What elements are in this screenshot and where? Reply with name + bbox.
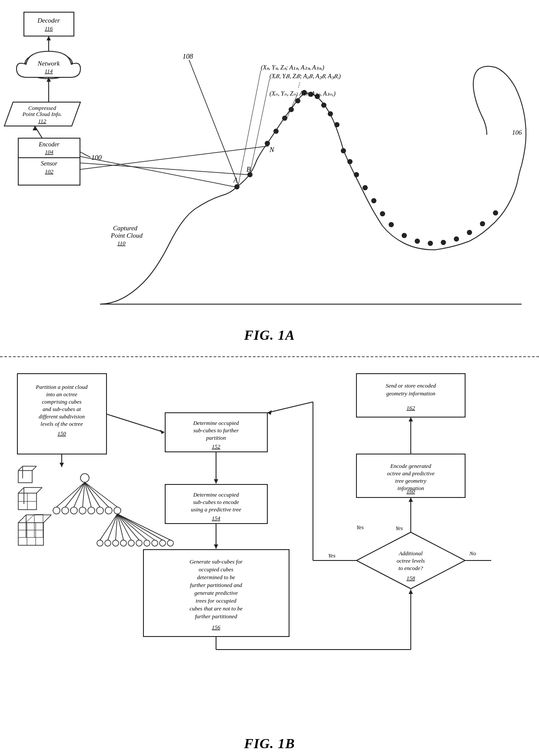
svg-text:further partitioned: further partitioned	[195, 613, 237, 620]
fig1a-caption: FIG. 1A	[0, 327, 539, 343]
svg-line-124	[74, 482, 85, 507]
svg-text:N: N	[269, 146, 275, 153]
svg-text:using a predictive tree: using a predictive tree	[191, 506, 241, 513]
svg-marker-87	[60, 463, 64, 467]
svg-text:Encode generated: Encode generated	[390, 463, 432, 469]
svg-text:octree levels: octree levels	[397, 557, 425, 564]
svg-text:tree geometry: tree geometry	[395, 477, 426, 484]
section-divider	[0, 356, 539, 357]
svg-text:112: 112	[38, 118, 47, 124]
svg-rect-88	[18, 471, 32, 483]
svg-text:Sensor: Sensor	[41, 160, 58, 167]
svg-text:Point Cloud Info.: Point Cloud Info.	[22, 111, 62, 117]
svg-rect-93	[18, 493, 37, 510]
svg-point-4	[23, 60, 48, 75]
svg-rect-16	[18, 138, 80, 185]
svg-point-32	[247, 172, 253, 177]
svg-point-135	[136, 540, 142, 546]
svg-line-128	[85, 482, 109, 507]
svg-text:108: 108	[183, 53, 193, 60]
svg-text:Yes: Yes	[328, 552, 336, 559]
svg-text:octree and predictive: octree and predictive	[387, 470, 435, 477]
svg-rect-0	[24, 12, 74, 36]
svg-text:occupied cubes: occupied cubes	[199, 566, 233, 573]
svg-point-31	[234, 184, 240, 189]
svg-point-53	[428, 241, 433, 246]
svg-text:100: 100	[91, 154, 102, 161]
svg-text:110: 110	[117, 240, 126, 246]
svg-text:comprising cubes: comprising cubes	[42, 398, 81, 405]
svg-text:trees for occupied: trees for occupied	[196, 597, 236, 604]
fig1a-section: Decoder 116 Network 114 Compressed Point…	[0, 0, 539, 356]
svg-text:162: 162	[406, 405, 415, 411]
svg-point-50	[389, 222, 394, 227]
svg-text:Compressed: Compressed	[28, 105, 56, 111]
svg-marker-175	[214, 544, 218, 549]
svg-line-89	[18, 466, 23, 471]
svg-point-114	[53, 507, 60, 514]
svg-point-131	[105, 540, 111, 546]
svg-point-56	[467, 230, 472, 235]
svg-point-57	[480, 221, 485, 226]
svg-marker-194	[409, 497, 413, 502]
svg-line-122	[57, 482, 85, 507]
svg-line-75	[238, 70, 261, 186]
svg-text:geometry information: geometry information	[386, 390, 435, 397]
svg-line-101	[18, 515, 26, 523]
svg-marker-206	[267, 410, 272, 415]
svg-point-120	[105, 507, 112, 514]
svg-text:Send or store encoded: Send or store encoded	[386, 382, 436, 389]
svg-line-146	[117, 514, 147, 540]
svg-line-147	[117, 514, 155, 540]
svg-line-23	[80, 152, 90, 157]
svg-text:(Xₙ, Yₙ, Zₙ; A₁ₙ, A₂ₙ, A₃ₙ,): (Xₙ, Yₙ, Zₙ; A₁ₙ, A₂ₙ, A₃ₙ,)	[270, 90, 336, 97]
svg-line-62	[80, 156, 235, 187]
svg-point-49	[380, 211, 385, 216]
svg-text:to encode?: to encode?	[399, 565, 423, 571]
svg-rect-164	[143, 550, 289, 637]
svg-line-140	[100, 514, 117, 540]
svg-marker-29	[33, 126, 37, 130]
svg-line-94	[18, 487, 24, 493]
svg-text:(X𝐵, Y𝐵, Z𝐵; A₁𝐵, A₂𝐵, A₃: (X𝐵, Y𝐵, Z𝐵; A₁𝐵, A₂𝐵, A₃𝐵,)	[270, 73, 341, 80]
svg-point-43	[334, 122, 339, 127]
svg-text:102: 102	[45, 168, 53, 175]
svg-point-42	[328, 111, 333, 116]
svg-point-118	[88, 507, 95, 514]
svg-text:114: 114	[45, 68, 53, 74]
svg-text:sub-cubes to encode: sub-cubes to encode	[193, 499, 239, 505]
svg-point-44	[341, 148, 346, 153]
svg-point-117	[79, 507, 86, 514]
svg-text:154: 154	[212, 515, 220, 521]
svg-point-51	[402, 233, 407, 238]
svg-text:A: A	[233, 176, 238, 184]
svg-text:No: No	[469, 550, 476, 557]
svg-line-142	[116, 514, 117, 540]
svg-text:Determine occupied: Determine occupied	[193, 420, 239, 426]
svg-text:(Xₐ, Yₐ, Zₐ; A₁ₐ, A₂ₐ, A₃ₐ,): (Xₐ, Yₐ, Zₐ; A₁ₐ, A₂ₐ, A₃ₐ,)	[261, 64, 324, 71]
svg-marker-25	[47, 36, 51, 40]
svg-line-148	[117, 514, 163, 540]
svg-text:Generate sub-cubes for: Generate sub-cubes for	[190, 558, 243, 565]
fig1b-arrows: Partition a point cloud into an octree c…	[0, 363, 539, 756]
svg-line-144	[117, 514, 131, 540]
svg-text:116: 116	[45, 25, 53, 32]
svg-text:Partition a point cloud: Partition a point cloud	[36, 384, 88, 390]
svg-line-155	[106, 414, 164, 432]
svg-line-127	[85, 482, 100, 507]
svg-rect-180	[356, 454, 465, 497]
svg-text:Captured: Captured	[113, 225, 138, 232]
svg-text:Point Cloud: Point Cloud	[110, 232, 143, 239]
svg-line-63	[80, 163, 248, 175]
svg-point-113	[80, 474, 89, 482]
svg-line-126	[85, 482, 91, 507]
svg-marker-188	[356, 532, 465, 589]
svg-text:and sub-cubes at: and sub-cubes at	[43, 406, 81, 412]
svg-text:Decoder: Decoder	[37, 17, 60, 24]
svg-text:partition: partition	[206, 434, 226, 441]
fig1b-section: Partition a point cloud into an octree c…	[0, 363, 539, 756]
svg-line-205	[267, 402, 313, 413]
svg-text:⋮: ⋮	[296, 82, 302, 88]
svg-line-145	[117, 514, 139, 540]
svg-text:152: 152	[212, 443, 220, 450]
